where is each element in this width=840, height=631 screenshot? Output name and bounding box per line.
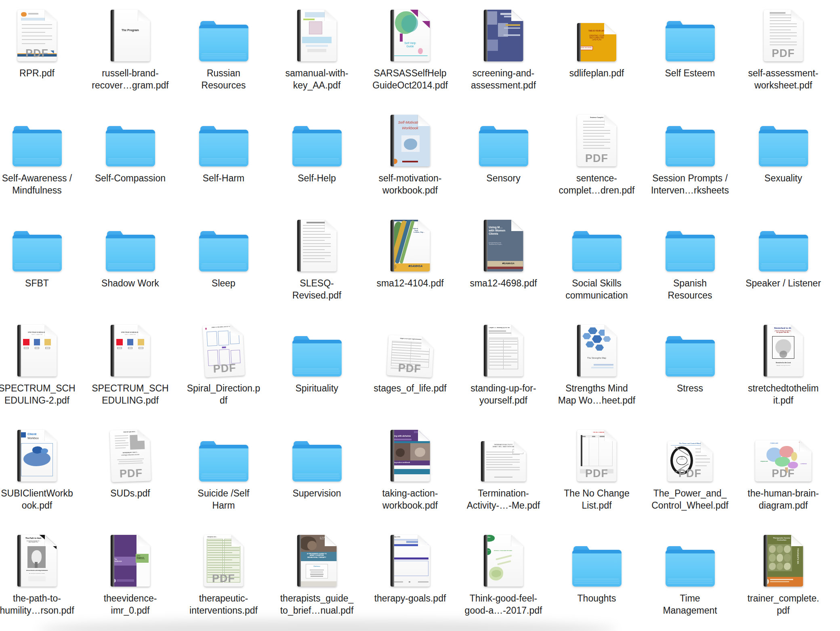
folder-item[interactable]: Speaker / Listener — [737, 212, 830, 317]
file-item[interactable]: Self-MotivationWorkbook self-motivation-… — [363, 107, 457, 212]
file-item[interactable]: Substance Abuse Treatment for Lesbian, G… — [363, 212, 457, 317]
pdf-icon[interactable]: A Therapist's ManualA PROVIDER'S GUIDE T… — [297, 535, 337, 587]
file-item[interactable]: The Program russell-brand- recover…gram.… — [84, 2, 177, 107]
file-label[interactable]: sma12-4104.pdf — [376, 277, 443, 289]
file-item[interactable]: Stretched to the( How to Manage Workplac… — [737, 317, 830, 422]
file-label[interactable]: SFBT — [25, 277, 49, 289]
file-label[interactable]: sma12-4698.pdf — [470, 277, 537, 289]
file-item[interactable]: A Therapist's ManualA PROVIDER'S GUIDE T… — [270, 527, 363, 631]
folder-item[interactable]: Sexuality — [737, 107, 830, 212]
folder-item[interactable]: Self Esteem — [643, 2, 737, 107]
folder-item[interactable]: Supervision — [270, 422, 363, 527]
file-item[interactable]: Stages of Life cycle: Eight Emotional…PD… — [363, 317, 457, 422]
folder-icon[interactable] — [479, 126, 528, 166]
file-item[interactable]: The EvidenceIllness Management and Recov… — [84, 527, 177, 631]
pdf-icon[interactable]: ClientWorkboo — [17, 430, 57, 482]
file-item[interactable]: Chapter 11: Standing Up for You standing… — [457, 317, 550, 422]
file-item[interactable]: WHAT IS THE DIRECTION OF YOUR…PDF Spiral… — [177, 317, 270, 422]
pdf-icon[interactable]: Therapeutic Inter…PDF — [204, 535, 244, 587]
file-label[interactable]: the-human-brain- diagram.pdf — [748, 487, 819, 511]
file-item[interactable]: SLESQ- Revised.pdf — [270, 212, 363, 317]
file-label[interactable]: Self Esteem — [665, 67, 715, 79]
file-label[interactable]: Speaker / Listener — [746, 277, 821, 289]
file-label[interactable]: Session Prompts / Interven…rksheets — [651, 172, 729, 196]
folder-icon[interactable] — [199, 231, 248, 271]
file-label[interactable]: SARSASSelfHelp GuideOct2014.pdf — [372, 67, 448, 91]
file-item[interactable]: THE NO CHANGE LISTPDF The No Change List… — [550, 422, 643, 527]
file-label[interactable]: Self-Awareness / Mindfulness — [2, 172, 72, 196]
file-label[interactable]: SUBIClientWorkb ook.pdf — [1, 487, 73, 511]
pdf-icon[interactable]: SPECTRUM SCHEDULINGLevel 5 – Starter Pac… — [17, 325, 57, 376]
folder-icon[interactable] — [292, 336, 342, 376]
file-item[interactable]: SPECTRUM SCHEDULINGLevel 5 – Starter Pac… — [84, 317, 177, 422]
pdf-icon[interactable]: The Path to HumSix Practical Sections fo… — [17, 535, 57, 587]
folder-icon[interactable] — [666, 126, 715, 166]
file-label[interactable]: samanual-with- key_AA.pdf — [286, 67, 349, 91]
file-label[interactable]: Stress — [677, 382, 703, 394]
pdf-icon[interactable]: PDF — [17, 10, 57, 61]
file-item[interactable]: living with alzheimetaking action workbo… — [363, 422, 457, 527]
pdf-icon[interactable] — [484, 10, 523, 61]
file-label[interactable]: Russian Resources — [202, 67, 246, 91]
pdf-icon[interactable]: Substance Abuse Treatment for Lesbian, G… — [391, 220, 430, 271]
pdf-icon[interactable]: 'How did I get there…Identifying for 'SU… — [109, 429, 151, 482]
pdf-icon[interactable]: The Strengths Map — [577, 325, 617, 376]
folder-item[interactable]: Shadow Work — [84, 212, 177, 317]
file-label[interactable]: Sleep — [212, 277, 235, 289]
pdf-icon[interactable]: Using M… with Women ClientsA Supplement … — [484, 220, 523, 271]
file-item[interactable]: SPECTRUM SCHEDULINGLevel 5 – Starter Pac… — [0, 317, 84, 422]
file-label[interactable]: Thoughts — [578, 592, 616, 604]
file-label[interactable]: Self-Help — [298, 172, 336, 184]
pdf-icon[interactable]: Stretched to the( How to Manage Workplac… — [764, 325, 803, 376]
file-label[interactable]: trainer_complete. pdf — [748, 592, 819, 616]
file-label[interactable]: SUDs.pdf — [110, 487, 150, 499]
file-label[interactable]: therapy-goals.pdf — [374, 592, 446, 604]
pdf-icon[interactable]: Self Help Guide — [391, 10, 430, 61]
file-item[interactable]: Self Help Guide SARSASSelfHelp GuideOct2… — [363, 2, 457, 107]
folder-icon[interactable] — [106, 126, 155, 166]
pdf-icon[interactable]: WHAT IS THE DIRECTION OF YOUR…PDF — [202, 324, 245, 378]
file-label[interactable]: SPECTRUM_SCH EDULING-2.pdf — [0, 382, 76, 406]
file-item[interactable]: The Power and Control WheelPOWER AND CON… — [643, 422, 737, 527]
file-label[interactable]: sdlifeplan.pdf — [569, 67, 624, 79]
folder-icon[interactable] — [759, 231, 808, 271]
file-label[interactable]: Spanish Resources — [668, 277, 712, 301]
file-item[interactable]: getherLet's Talket's TalkSession 5: Thin… — [457, 527, 550, 631]
file-item[interactable]: The Strengths Map Strengths Mind Map Wo…… — [550, 317, 643, 422]
folder-item[interactable]: Suicide /Self Harm — [177, 422, 270, 527]
file-label[interactable]: RPR.pdf — [19, 67, 55, 79]
file-label[interactable]: Shadow Work — [101, 277, 159, 289]
file-label[interactable]: therapists_guide_ to_brief…nual.pdf — [280, 592, 354, 616]
file-item[interactable]: Using M… with Women ClientsA Supplement … — [457, 212, 550, 317]
folder-icon[interactable] — [666, 546, 715, 587]
file-label[interactable]: Self-Compassion — [95, 172, 166, 184]
pdf-icon[interactable]: The Program — [111, 10, 150, 61]
folder-icon[interactable] — [199, 21, 248, 61]
pdf-icon[interactable]: Chapter 11: Standing Up for You — [484, 325, 523, 376]
folder-item[interactable]: Sleep — [177, 212, 270, 317]
file-item[interactable]: PDF RPR.pdf — [0, 2, 84, 107]
folder-item[interactable]: Self-Awareness / Mindfulness — [0, 107, 84, 212]
file-label[interactable]: Sensory — [486, 172, 520, 184]
pdf-icon[interactable]: THIS IS YOUR LIFECREATING YOUR SELF-DIRE… — [577, 23, 616, 61]
pdf-icon[interactable]: The EvidenceIllness Management and Recov… — [111, 535, 150, 587]
folder-icon[interactable] — [666, 231, 715, 271]
file-label[interactable]: Suicide /Self Harm — [198, 487, 250, 511]
folder-icon[interactable] — [13, 231, 62, 271]
folder-icon[interactable] — [759, 126, 808, 166]
folder-icon[interactable] — [666, 336, 715, 376]
file-label[interactable]: Termination- Activity-…-Me.pdf — [467, 487, 540, 511]
folder-item[interactable]: Russian Resources — [177, 2, 270, 107]
file-item[interactable]: THIS IS YOUR LIFECREATING YOUR SELF-DIRE… — [550, 2, 643, 107]
pdf-icon[interactable]: The Power and Control WheelPOWER AND CON… — [668, 441, 713, 482]
pdf-icon[interactable]: Self-MotivationWorkbook — [391, 115, 430, 166]
folder-icon[interactable] — [199, 441, 248, 482]
file-label[interactable]: SPECTRUM_SCH EDULING.pdf — [92, 382, 168, 406]
file-label[interactable]: theevidence- imr_0.pdf — [104, 592, 157, 616]
pdf-icon[interactable]: living with alzheimetaking action workbo… — [391, 430, 430, 482]
file-label[interactable]: The No Change List.pdf — [564, 487, 629, 511]
file-label[interactable]: Sexuality — [764, 172, 802, 184]
folder-item[interactable]: Self-Compassion — [84, 107, 177, 212]
folder-item[interactable]: Sensory — [457, 107, 550, 212]
folder-item[interactable]: Spirituality — [270, 317, 363, 422]
